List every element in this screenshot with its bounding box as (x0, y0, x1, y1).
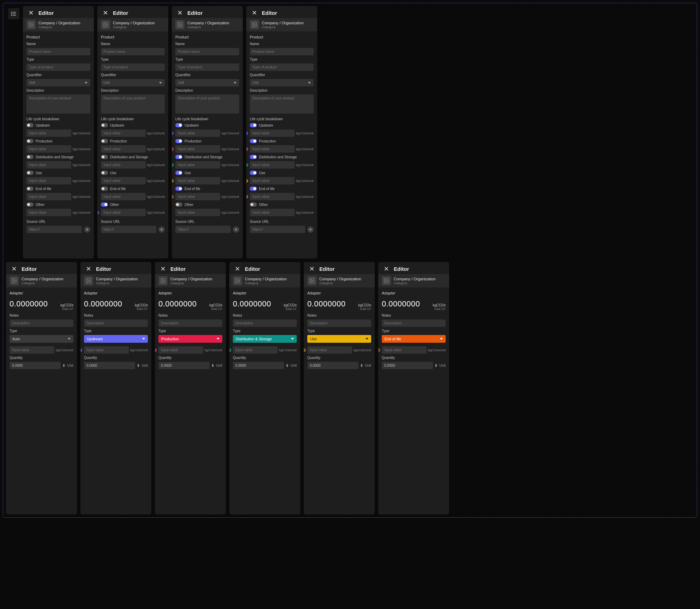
toggle-end of life[interactable] (101, 187, 108, 191)
life-stage-input[interactable] (175, 193, 220, 200)
quantity-input[interactable] (233, 362, 284, 369)
type-input[interactable] (175, 63, 239, 71)
adapter-value-input[interactable] (382, 346, 427, 354)
toggle-upsteam[interactable] (175, 123, 182, 127)
toggle-end of life[interactable] (175, 187, 182, 191)
quantity-stepper[interactable] (286, 364, 288, 367)
name-input[interactable] (26, 48, 90, 55)
quantity-stepper[interactable] (212, 364, 214, 367)
close-button[interactable] (383, 266, 390, 272)
toggle-use[interactable] (175, 171, 182, 175)
notes-input[interactable] (84, 319, 148, 327)
quantity-input[interactable] (382, 362, 433, 369)
quantity-stepper[interactable] (435, 364, 437, 367)
life-stage-input[interactable] (101, 145, 146, 153)
add-source-button[interactable] (307, 226, 314, 233)
description-textarea[interactable] (101, 95, 165, 114)
description-textarea[interactable] (26, 95, 90, 114)
toggle-other[interactable] (175, 202, 182, 207)
life-stage-input[interactable] (26, 193, 71, 200)
close-button[interactable] (251, 10, 258, 16)
adapter-value-input[interactable] (307, 346, 352, 354)
life-stage-input[interactable] (250, 129, 295, 137)
toggle-other[interactable] (250, 202, 257, 207)
toggle-use[interactable] (101, 171, 108, 175)
adapter-type-select[interactable]: Production (158, 335, 222, 343)
life-stage-input[interactable] (26, 177, 71, 184)
notes-input[interactable] (158, 319, 222, 327)
quantity-input[interactable] (307, 362, 358, 369)
source-url-input[interactable] (26, 226, 82, 233)
adapter-type-select[interactable]: Upstream (84, 335, 148, 343)
adapter-type-select[interactable]: End of life (382, 335, 446, 343)
life-stage-input[interactable] (175, 209, 220, 216)
life-stage-input[interactable] (101, 209, 146, 216)
source-url-input[interactable] (175, 226, 231, 233)
life-stage-input[interactable] (250, 193, 295, 200)
close-button[interactable] (160, 266, 166, 272)
notes-input[interactable] (233, 319, 297, 327)
close-button[interactable] (85, 266, 92, 272)
toggle-end of life[interactable] (250, 187, 257, 191)
close-button[interactable] (309, 266, 315, 272)
quantity-stepper[interactable] (361, 364, 363, 367)
life-stage-input[interactable] (26, 209, 71, 216)
toggle-production[interactable] (175, 139, 182, 143)
life-stage-input[interactable] (101, 177, 146, 184)
toggle-end of life[interactable] (26, 187, 34, 191)
life-stage-input[interactable] (175, 161, 220, 169)
toggle-production[interactable] (101, 139, 108, 143)
adapter-type-select[interactable]: Use (307, 335, 371, 343)
quantifier-select[interactable]: Unit (101, 79, 165, 86)
adapter-value-input[interactable] (84, 346, 129, 354)
quantifier-select[interactable]: Unit (175, 79, 239, 86)
close-button[interactable] (28, 10, 34, 16)
toggle-other[interactable] (101, 202, 108, 207)
toggle-distribution and storage[interactable] (26, 155, 34, 159)
life-stage-input[interactable] (26, 129, 71, 137)
life-stage-input[interactable] (101, 193, 146, 200)
notes-input[interactable] (307, 319, 371, 327)
quantity-input[interactable] (84, 362, 135, 369)
toggle-distribution and storage[interactable] (250, 155, 257, 159)
life-stage-input[interactable] (175, 145, 220, 153)
life-stage-input[interactable] (26, 145, 71, 153)
life-stage-input[interactable] (250, 145, 295, 153)
toggle-production[interactable] (26, 139, 34, 143)
adapter-type-select[interactable]: Distribution & Storage (233, 335, 297, 343)
life-stage-input[interactable] (250, 177, 295, 184)
toggle-use[interactable] (250, 171, 257, 175)
adapter-type-select[interactable]: Auto (10, 335, 73, 343)
list-view-icon[interactable] (8, 8, 19, 19)
quantifier-select[interactable]: Unit (26, 79, 90, 86)
toggle-other[interactable] (26, 202, 34, 207)
toggle-upsteam[interactable] (250, 123, 257, 127)
adapter-value-input[interactable] (10, 346, 54, 354)
life-stage-input[interactable] (250, 209, 295, 216)
life-stage-input[interactable] (175, 177, 220, 184)
type-input[interactable] (101, 63, 165, 71)
quantity-input[interactable] (158, 362, 210, 369)
add-source-button[interactable] (84, 226, 90, 233)
type-input[interactable] (250, 63, 314, 71)
description-textarea[interactable] (175, 95, 239, 114)
source-url-input[interactable] (250, 226, 305, 233)
adapter-value-input[interactable] (233, 346, 278, 354)
notes-input[interactable] (10, 319, 73, 327)
add-source-button[interactable] (233, 226, 239, 233)
close-button[interactable] (102, 10, 109, 16)
name-input[interactable] (101, 48, 165, 55)
toggle-upsteam[interactable] (101, 123, 108, 127)
toggle-distribution and storage[interactable] (175, 155, 182, 159)
life-stage-input[interactable] (101, 161, 146, 169)
life-stage-input[interactable] (26, 161, 71, 169)
close-button[interactable] (11, 266, 17, 272)
life-stage-input[interactable] (175, 129, 220, 137)
source-url-input[interactable] (101, 226, 156, 233)
close-button[interactable] (234, 266, 241, 272)
add-source-button[interactable] (158, 226, 165, 233)
life-stage-input[interactable] (250, 161, 295, 169)
quantity-stepper[interactable] (63, 364, 65, 367)
type-input[interactable] (26, 63, 90, 71)
toggle-distribution and storage[interactable] (101, 155, 108, 159)
